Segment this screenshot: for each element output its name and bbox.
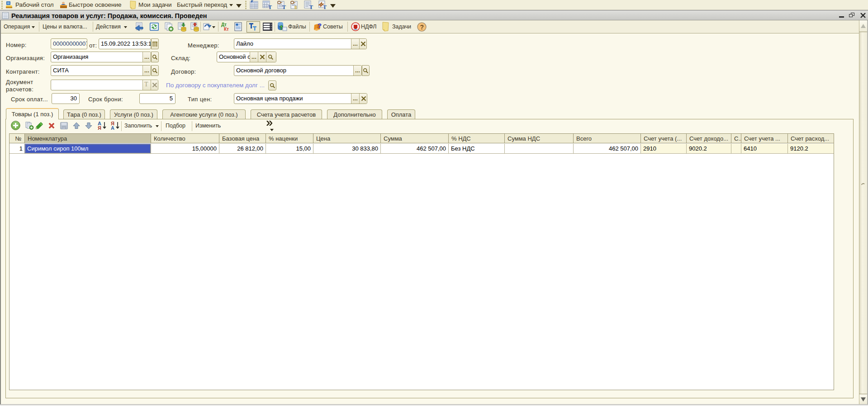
svg-text:T: T bbox=[323, 4, 327, 9]
svg-text:T: T bbox=[268, 4, 272, 9]
svg-text:T: T bbox=[309, 4, 313, 9]
svg-text:ок: ок bbox=[62, 127, 65, 129]
svg-text:?: ? bbox=[318, 22, 322, 29]
svg-text:T: T bbox=[282, 4, 286, 9]
svg-text:?: ? bbox=[420, 24, 424, 31]
